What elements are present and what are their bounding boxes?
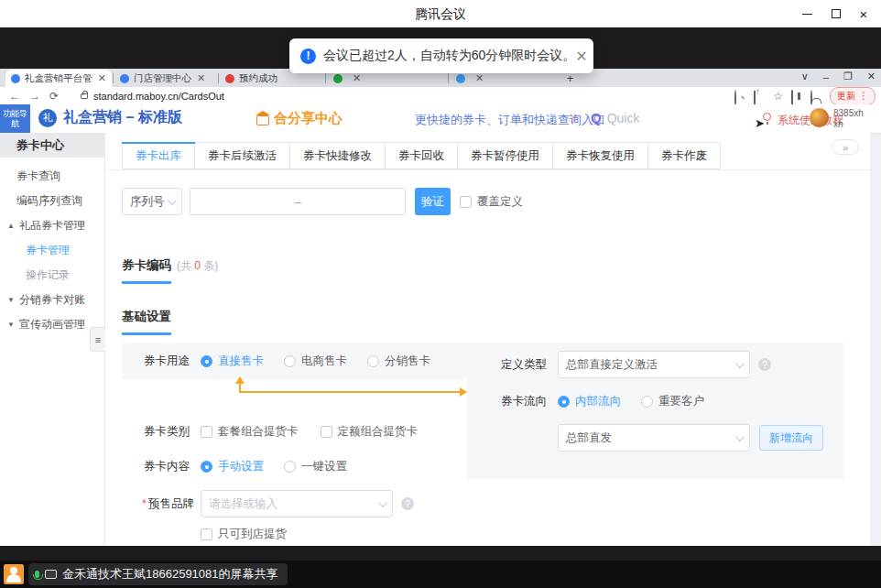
close-icon: × (860, 7, 868, 21)
tab-close-icon[interactable]: ✕ (98, 72, 106, 84)
tab-favicon (333, 74, 343, 83)
screenshot-root: 腾讯会议 × 礼盒营销平台管理中心 ✕ 门店管理中心 ✕ 预约成功 ✕ (0, 0, 881, 588)
add-flow-button[interactable]: 新增流向 (759, 425, 823, 451)
chevron-down-icon (735, 359, 745, 368)
brand-title: 礼盒营销 – 标准版 (63, 108, 182, 127)
tab-close-icon[interactable]: ✕ (197, 72, 205, 84)
tab-card-recycle[interactable]: 券卡回收 (386, 143, 458, 169)
user-name: 8385xh xh (833, 108, 864, 129)
define-type-select[interactable]: 总部直接定义激活 (558, 351, 750, 378)
sidebar: 券卡中心 券卡查询 编码序列查询 ▲ 礼品券卡管理 券卡管理 操作记录 ▼ 分销… (0, 133, 105, 546)
window-close-button[interactable]: × (855, 5, 872, 22)
bookmark-star-icon[interactable]: ☆ (773, 91, 783, 102)
help-icon[interactable]: ? (401, 497, 414, 510)
browser-minimize-button[interactable]: – (823, 71, 829, 82)
main-tabbar: 券卡出库 券卡后续激活 券卡快捷修改 券卡回收 券卡暂停使用 券卡恢复使用 券卡… (122, 142, 721, 169)
tab-favicon (225, 74, 234, 83)
sidebar-item-card-query[interactable]: 券卡查询 (0, 164, 104, 189)
screen-share-banner[interactable]: 金禾通技术王斌18662591081的屏幕共享 (28, 563, 288, 585)
serial-range-input[interactable]: – (190, 188, 406, 215)
back-icon[interactable]: ← (9, 90, 20, 103)
usage-option-direct[interactable]: 直接售卡 (201, 354, 264, 369)
content-option-manual[interactable]: 手动设置 (201, 459, 264, 474)
verify-button[interactable]: 验证 (415, 188, 451, 215)
tab-close-icon[interactable]: ✕ (353, 72, 361, 84)
meeting-titlebar: 腾讯会议 × (0, 0, 881, 27)
basic-settings-header: 基础设置 (122, 309, 171, 335)
flow-option-vip[interactable]: 重要客户 (641, 394, 704, 409)
category-checkbox-package[interactable]: 套餐组合提货卡 (201, 424, 299, 440)
browser-update-button[interactable]: 更新 ⋮ (830, 87, 876, 105)
store-pickup-checkbox[interactable]: 只可到店提货 (201, 527, 287, 542)
side-panel-icon[interactable] (791, 91, 802, 102)
override-define-checkbox[interactable]: 覆盖定义 (460, 194, 523, 210)
card-code-section-header: 券卡编码 (共 0 条) (122, 257, 218, 284)
tab-close-icon[interactable]: ✕ (475, 72, 484, 84)
chevron-down-icon (735, 432, 745, 441)
sidebar-section-title: 券卡中心 (0, 133, 104, 158)
radio-on-icon (201, 355, 212, 367)
profile-icon[interactable] (810, 91, 821, 102)
expand-arrow-icon: ▼ (7, 296, 15, 304)
microphone-icon (35, 571, 39, 578)
collapse-arrow-icon: ▲ (7, 222, 15, 230)
sidebar-item-distribution-reconcile[interactable]: ▼ 分销券卡对账 (0, 288, 104, 312)
tab-favicon (456, 74, 465, 83)
screen-share-icon (45, 570, 57, 579)
content-card: 券卡出库 券卡后续激活 券卡快捷修改 券卡回收 券卡暂停使用 券卡恢复使用 券卡… (105, 133, 870, 546)
serial-type-select[interactable]: 序列号 (122, 188, 182, 215)
window-minimize-button[interactable] (799, 5, 815, 22)
reload-icon[interactable]: ⟳ (49, 90, 59, 103)
new-tab-button[interactable]: + (563, 71, 577, 85)
tab-card-resume[interactable]: 券卡恢复使用 (553, 143, 648, 169)
quick-search-box[interactable]: Q Quick (591, 110, 639, 125)
sidebar-item-operation-log[interactable]: 操作记录 (0, 263, 104, 288)
zoom-icon[interactable] (734, 91, 745, 102)
sidebar-item-card-management[interactable]: 券卡管理 (0, 238, 104, 263)
category-checkbox-fixed[interactable]: 定额组合提货卡 (321, 424, 419, 440)
expand-arrow-icon: ▼ (7, 321, 15, 329)
nav-toggle-button[interactable]: 功能导航 (0, 104, 30, 133)
url-text[interactable]: standard.maboy.cn/CardsOut (93, 91, 224, 102)
sidebar-item-promo-animation[interactable]: ▼ 宣传动画管理 (0, 312, 104, 337)
chevron-down-icon (168, 196, 177, 205)
help-icon[interactable]: ? (758, 358, 771, 371)
browser-tab[interactable]: 门店管理中心 ✕ (114, 70, 217, 87)
browser-tab[interactable]: 礼盒营销平台管理中心 ✕ (5, 70, 112, 87)
kebab-menu-icon: ⋮ (859, 91, 868, 101)
flow-option-internal[interactable]: 内部流向 (558, 394, 621, 409)
chevron-down-icon (378, 498, 387, 507)
tab-card-outbound[interactable]: 券卡出库 (123, 143, 195, 169)
browser-close-button[interactable]: ✕ (867, 71, 876, 82)
toast-message: 会议已超过2人，自动转为60分钟限时会议。 (323, 48, 575, 64)
user-avatar[interactable] (810, 108, 829, 127)
lock-icon[interactable] (81, 93, 88, 99)
tab-card-pause[interactable]: 券卡暂停使用 (458, 143, 553, 169)
sidebar-item-code-sequence-query[interactable]: 编码序列查询 (0, 189, 104, 213)
mouse-cursor: ➤ (755, 116, 765, 130)
share-center-link[interactable]: 合分享中心 (256, 110, 343, 127)
window-maximize-button[interactable] (828, 5, 844, 22)
tab-quick-modify[interactable]: 券卡快捷修改 (290, 143, 386, 169)
usage-option-distribution[interactable]: 分销售卡 (367, 354, 430, 369)
content-option-oneclick[interactable]: 一键设置 (284, 459, 347, 474)
sidebar-item-gift-card-management[interactable]: ▲ 礼品券卡管理 (0, 213, 104, 238)
forward-icon[interactable]: → (29, 90, 40, 103)
browser-maximize-button[interactable]: ❐ (843, 71, 853, 82)
search-placeholder: Quick (607, 111, 640, 125)
radio-off-icon (284, 355, 296, 367)
sidebar-collapse-handle[interactable]: ≡ (90, 327, 105, 352)
flow-target-select[interactable]: 总部直发 (558, 424, 750, 452)
usage-option-ecommerce[interactable]: 电商售卡 (284, 354, 347, 369)
toast-close-icon[interactable]: ✕ (575, 48, 587, 65)
tab-favicon (120, 74, 129, 83)
tab-search-icon[interactable]: ∨ (801, 71, 809, 82)
usage-row: 券卡用途 直接售卡 电商售卡 分销售卡 (142, 354, 451, 369)
tab-card-void[interactable]: 券卡作废 (648, 143, 720, 169)
panel-expander-button[interactable]: » (832, 139, 859, 155)
meeting-bottom-bar: 金禾通技术王斌18662591081的屏幕共享 (0, 561, 881, 588)
presale-brand-select[interactable]: 请选择或输入 (201, 490, 393, 517)
flow-target-row: 总部直发 新增流向 (558, 424, 823, 452)
tab-followup-activate[interactable]: 券卡后续激活 (195, 143, 290, 169)
share-icon[interactable] (754, 91, 765, 102)
